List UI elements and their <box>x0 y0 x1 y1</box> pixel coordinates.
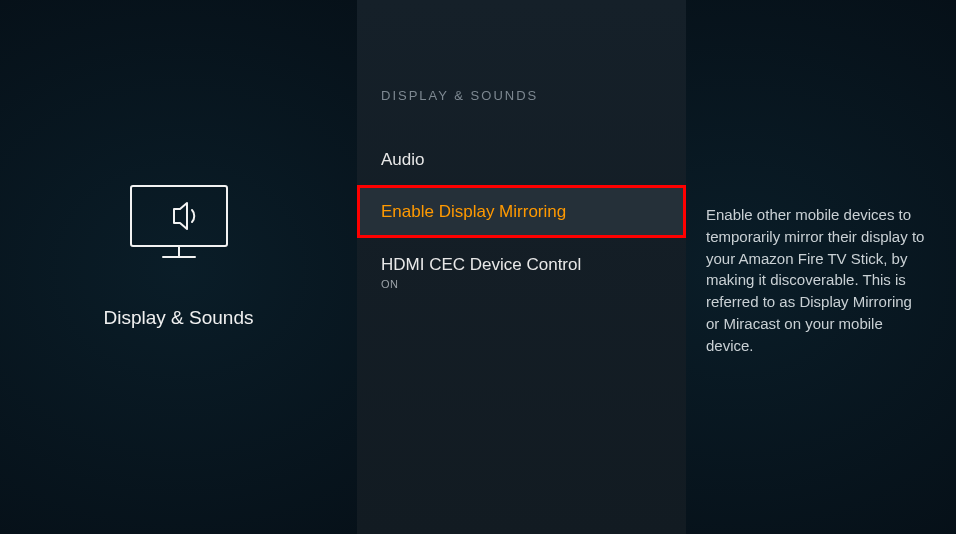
menu-item-label: HDMI CEC Device Control <box>381 255 581 274</box>
description-panel: Enable other mobile devices to temporari… <box>686 0 956 534</box>
menu-item-label: Audio <box>381 150 424 169</box>
menu-item-label: Enable Display Mirroring <box>381 202 566 221</box>
menu-item-audio[interactable]: Audio <box>357 133 686 185</box>
svg-rect-0 <box>131 186 227 246</box>
category-icon-block: Display & Sounds <box>104 185 254 329</box>
item-description: Enable other mobile devices to temporari… <box>706 204 926 356</box>
section-header: DISPLAY & SOUNDS <box>357 88 686 133</box>
category-label: Display & Sounds <box>104 307 254 329</box>
menu-item-hdmi-cec-device-control[interactable]: HDMI CEC Device Control ON <box>357 238 686 307</box>
settings-list-panel: DISPLAY & SOUNDS Audio Enable Display Mi… <box>357 0 686 534</box>
category-panel: Display & Sounds <box>0 0 357 534</box>
menu-item-enable-display-mirroring[interactable]: Enable Display Mirroring <box>357 185 686 237</box>
tv-speaker-icon <box>130 185 228 259</box>
menu-item-subvalue: ON <box>381 278 662 292</box>
